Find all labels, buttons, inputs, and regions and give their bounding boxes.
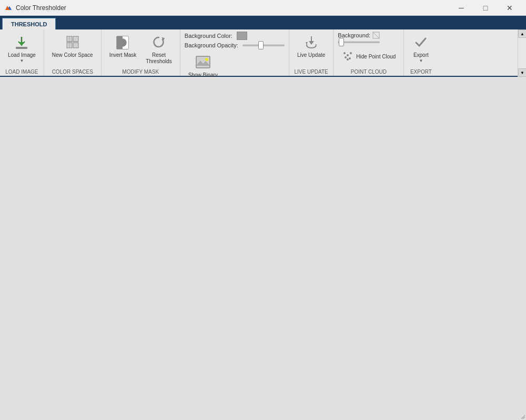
title-bar: Color Thresholder ─ □ ✕ xyxy=(0,0,526,16)
pc-bg-icon xyxy=(372,32,380,39)
export-button[interactable]: Export ▼ xyxy=(408,32,433,66)
ribbon-toolbar: Load Image ▼ LOAD IMAGE xyxy=(0,29,526,77)
live-update-label: Live Update xyxy=(297,52,325,58)
ribbon-scrollbar: ▲ ▼ xyxy=(518,29,526,77)
section-live-update-content: Live Update xyxy=(294,32,329,69)
show-binary-icon xyxy=(195,54,211,71)
window-controls: ─ □ ✕ xyxy=(449,0,522,16)
section-modify-mask: Invert Mask ResetThresholds MODIFY MASK xyxy=(102,29,180,76)
section-export: Export ▼ EXPORT xyxy=(404,29,438,76)
section-color-spaces-label: COLOR SPACES xyxy=(48,69,97,76)
section-load-image-content: Load Image ▼ xyxy=(4,32,39,69)
bg-color-label: Background Color: xyxy=(185,33,232,39)
app-title: Color Thresholder xyxy=(16,4,66,12)
pc-bg-row: Background: xyxy=(338,32,399,39)
load-image-button[interactable]: Load Image ▼ xyxy=(4,32,39,66)
svg-rect-8 xyxy=(73,36,78,42)
load-image-icon xyxy=(13,34,30,51)
invert-mask-icon xyxy=(114,34,131,51)
main-content xyxy=(0,77,526,420)
bg-opacity-label: Background Opacity: xyxy=(185,42,238,48)
section-export-content: Export ▼ xyxy=(408,32,433,69)
bg-opacity-row: Background Opacity: xyxy=(185,42,285,48)
section-point-cloud: Background: xyxy=(333,29,404,76)
section-color-spaces: New Color Space COLOR SPACES xyxy=(44,29,102,76)
new-color-space-icon xyxy=(64,34,81,51)
live-update-icon xyxy=(303,34,320,51)
svg-rect-14 xyxy=(117,36,123,49)
export-label: Export xyxy=(413,52,429,58)
svg-point-27 xyxy=(347,54,349,56)
reset-thresholds-button[interactable]: ResetThresholds xyxy=(142,32,175,67)
load-image-label: Load Image xyxy=(8,52,36,58)
export-icon xyxy=(412,34,429,51)
svg-marker-21 xyxy=(306,42,308,45)
minimize-button[interactable]: ─ xyxy=(449,0,473,16)
tab-threshold[interactable]: THRESHOLD xyxy=(2,18,56,29)
close-button[interactable]: ✕ xyxy=(498,0,522,16)
bg-color-swatch[interactable] xyxy=(237,32,247,40)
bg-color-row: Background Color: xyxy=(185,32,285,40)
new-color-space-button[interactable]: New Color Space xyxy=(48,32,97,61)
pc-buttons-row: Hide Point Cloud xyxy=(338,47,399,65)
section-modify-mask-content: Invert Mask ResetThresholds xyxy=(106,32,176,69)
app-icon xyxy=(4,4,13,12)
svg-marker-5 xyxy=(18,42,25,46)
bg-opacity-slider[interactable] xyxy=(242,44,285,46)
pc-slider-row xyxy=(338,41,399,43)
section-live-update-label: LIVE UPDATE xyxy=(294,69,329,76)
section-color-spaces-content: New Color Space xyxy=(48,32,97,69)
section-load-image: Load Image ▼ LOAD IMAGE xyxy=(0,29,44,76)
svg-point-29 xyxy=(345,56,347,58)
bg-opacity-thumb[interactable] xyxy=(258,41,264,49)
svg-point-20 xyxy=(205,58,208,61)
pc-slider-thumb[interactable] xyxy=(339,38,344,46)
svg-line-25 xyxy=(373,32,379,38)
invert-mask-label: Invert Mask xyxy=(109,52,137,58)
svg-point-31 xyxy=(347,58,349,61)
hide-point-cloud-button[interactable]: Hide Point Cloud xyxy=(338,47,399,65)
section-load-image-label: LOAD IMAGE xyxy=(4,69,39,76)
section-point-cloud-label: POINT CLOUD xyxy=(338,69,399,76)
title-bar-left: Color Thresholder xyxy=(4,4,66,12)
svg-rect-10 xyxy=(73,43,78,48)
ribbon-scroll-down[interactable]: ▼ xyxy=(518,68,526,77)
load-image-dropdown-arrow: ▼ xyxy=(19,58,24,63)
hide-point-cloud-label: Hide Point Cloud xyxy=(356,54,396,60)
svg-rect-18 xyxy=(196,56,210,68)
section-view-mask: Background Color: Background Opacity: xyxy=(180,29,289,76)
svg-point-30 xyxy=(349,57,351,59)
new-color-space-label: New Color Space xyxy=(52,52,93,58)
hide-point-cloud-icon xyxy=(341,50,354,63)
live-update-button[interactable]: Live Update xyxy=(294,32,329,61)
resize-icon xyxy=(520,414,525,419)
ribbon-scroll-up[interactable]: ▲ xyxy=(518,29,526,38)
svg-rect-6 xyxy=(16,47,27,48)
svg-marker-23 xyxy=(309,41,314,45)
section-export-label: EXPORT xyxy=(408,69,433,76)
pc-brightness-slider[interactable] xyxy=(338,41,380,43)
svg-point-28 xyxy=(350,52,352,54)
ribbon-tab-bar: THRESHOLD xyxy=(0,16,526,29)
section-live-update: Live Update LIVE UPDATE xyxy=(289,29,333,76)
invert-mask-button[interactable]: Invert Mask xyxy=(106,32,140,61)
export-dropdown-arrow: ▼ xyxy=(419,58,423,63)
svg-point-26 xyxy=(343,52,346,54)
maximize-button[interactable]: □ xyxy=(473,0,498,16)
section-modify-mask-label: MODIFY MASK xyxy=(106,69,176,76)
reset-thresholds-label: ResetThresholds xyxy=(146,52,171,65)
resize-handle[interactable] xyxy=(519,413,526,420)
reset-thresholds-icon xyxy=(150,34,167,51)
